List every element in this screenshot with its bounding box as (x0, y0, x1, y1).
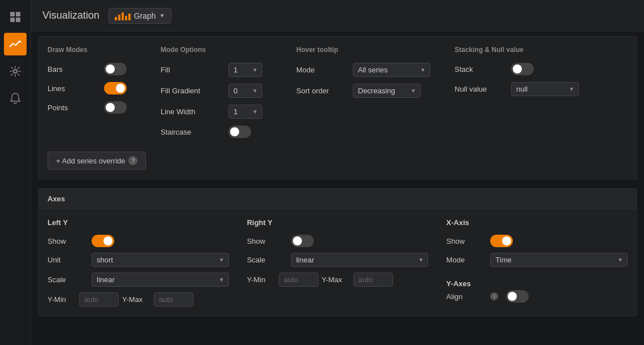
left-y-scale-select[interactable]: linear log (92, 273, 229, 287)
main-options-section: Draw Modes Bars Lines (38, 36, 637, 179)
sidebar (0, 0, 31, 345)
left-y-max-label: Y-Max (122, 295, 150, 304)
y-axes-title: Y-Axes (446, 279, 628, 288)
graph-btn-label: Graph (134, 11, 156, 20)
left-y-show-row: Show (47, 235, 229, 247)
stack-toggle-thumb (513, 64, 522, 74)
bars-toggle-thumb (106, 64, 115, 74)
svg-rect-2 (10, 18, 15, 22)
stack-toggle[interactable] (511, 63, 534, 75)
help-icon: ? (128, 156, 137, 165)
x-axis-show-thumb (502, 236, 511, 245)
points-row: Points (47, 101, 138, 114)
right-y-col: Right Y Show Scale linear (247, 218, 429, 307)
stacking-null-col: Stacking & Null value Stack Null value (455, 46, 579, 138)
sidebar-item-settings[interactable] (4, 60, 27, 83)
x-axis-mode-select-wrap: Time Series Histogram ▼ (490, 253, 628, 267)
left-y-min-label: Y-Min (47, 295, 76, 304)
fill-label: Fill (161, 66, 223, 74)
null-value-row: Null value null 0 connected ▼ (455, 82, 579, 96)
sort-order-label: Sort order (296, 87, 347, 95)
left-y-max-input[interactable] (154, 292, 193, 307)
right-y-show-row: Show (247, 235, 429, 247)
options-grid: Draw Modes Bars Lines (47, 46, 628, 138)
staircase-row: Staircase (161, 126, 274, 138)
points-toggle[interactable] (104, 101, 127, 114)
hover-tooltip-title: Hover tooltip (296, 46, 432, 54)
hover-tooltip-col: Hover tooltip Mode All series Single Sha… (296, 46, 432, 138)
fill-gradient-select-wrap: 0 1 ▼ (228, 84, 262, 98)
page-title: Visualization (42, 10, 100, 21)
draw-modes-col: Draw Modes Bars Lines (47, 46, 138, 138)
stack-toggle-track (511, 63, 534, 75)
y-axes-align-toggle[interactable] (506, 290, 529, 303)
left-y-min-input[interactable] (79, 292, 119, 307)
tooltip-mode-label: Mode (296, 66, 347, 74)
tooltip-mode-select[interactable]: All series Single Shared crosshair Share… (353, 63, 430, 77)
left-y-show-thumb (103, 236, 113, 245)
axes-section-body: Left Y Show Unit short (38, 209, 637, 316)
staircase-toggle-thumb (230, 127, 239, 136)
fill-gradient-select[interactable]: 0 1 (228, 84, 262, 98)
sort-order-select-wrap: Decreasing Increasing None ▼ (353, 84, 421, 98)
tooltip-mode-row: Mode All series Single Shared crosshair … (296, 63, 432, 77)
left-y-minmax-row: Y-Min Y-Max (47, 292, 229, 307)
right-y-show-toggle[interactable] (291, 235, 314, 247)
sort-order-select[interactable]: Decreasing Increasing None (353, 84, 421, 98)
right-y-scale-label: Scale (247, 256, 287, 264)
svg-rect-1 (16, 12, 20, 16)
right-y-max-input[interactable] (353, 273, 393, 287)
main-content: Visualization Graph ▼ Draw Modes Bars (31, 0, 644, 345)
left-y-show-toggle[interactable] (92, 235, 114, 247)
sidebar-item-dashboard[interactable] (4, 6, 27, 28)
x-axis-col: X-Axis Show Mode Time (446, 218, 628, 307)
left-y-scale-select-wrap: linear log ▼ (92, 273, 229, 287)
right-y-minmax-row: Y-Min Y-Max (247, 273, 429, 287)
svg-rect-0 (10, 12, 15, 16)
stack-label: Stack (455, 65, 505, 74)
lines-toggle-track (104, 82, 127, 94)
lines-label: Lines (47, 84, 98, 93)
x-axis-mode-select[interactable]: Time Series Histogram (490, 253, 628, 267)
right-y-show-label: Show (247, 237, 287, 245)
left-y-unit-select-wrap: short none percent seconds ms ▼ (92, 253, 229, 267)
line-width-select[interactable]: 1 2 3 (228, 105, 262, 119)
staircase-toggle[interactable] (228, 126, 251, 138)
fill-row: Fill 1 0 2 3 ▼ (161, 63, 274, 77)
x-axis-show-track (490, 235, 513, 247)
sort-order-row: Sort order Decreasing Increasing None ▼ (296, 84, 432, 98)
align-info-icon[interactable]: i (490, 292, 498, 300)
y-axes-align-track (506, 290, 529, 303)
graph-type-button[interactable]: Graph ▼ (109, 8, 171, 24)
sidebar-item-graph[interactable] (4, 33, 27, 55)
x-axis-mode-row: Mode Time Series Histogram ▼ (446, 253, 628, 267)
fill-select[interactable]: 1 0 2 3 (228, 63, 262, 77)
lines-toggle-thumb (116, 84, 125, 93)
null-value-select-wrap: null 0 connected ▼ (511, 82, 579, 96)
right-y-show-track (291, 235, 314, 247)
null-value-select[interactable]: null 0 connected (511, 82, 579, 96)
line-width-label: Line Width (161, 107, 223, 116)
sidebar-item-notifications[interactable] (4, 87, 27, 110)
left-y-unit-select[interactable]: short none percent seconds ms (92, 253, 229, 267)
lines-toggle[interactable] (104, 82, 127, 94)
x-axis-show-toggle[interactable] (490, 235, 513, 247)
x-axis-show-row: Show (446, 235, 628, 247)
points-toggle-thumb (106, 103, 115, 112)
x-axis-mode-label: Mode (446, 256, 486, 264)
points-label: Points (47, 104, 98, 112)
y-axes-align-thumb (508, 292, 517, 301)
svg-point-5 (14, 70, 17, 73)
right-y-max-label: Y-Max (322, 275, 350, 284)
graph-bar-icon (115, 11, 131, 20)
draw-modes-title: Draw Modes (47, 46, 138, 54)
right-y-min-input[interactable] (279, 273, 318, 287)
right-y-scale-select[interactable]: linear log (291, 253, 429, 267)
bars-toggle[interactable] (104, 63, 127, 75)
axes-section: Axes Left Y Show Unit (38, 188, 637, 316)
add-series-override-button[interactable]: + Add series override ? (47, 152, 146, 170)
axes-cols: Left Y Show Unit short (47, 218, 628, 307)
bars-row: Bars (47, 63, 138, 75)
left-y-scale-row: Scale linear log ▼ (47, 273, 229, 287)
staircase-label: Staircase (161, 128, 223, 136)
